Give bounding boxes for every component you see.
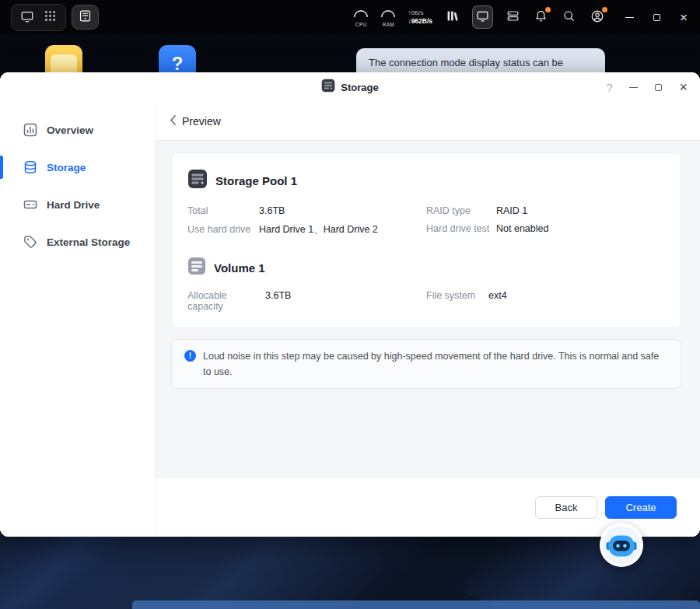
search-button[interactable]: [561, 8, 577, 26]
pool-title: Storage Pool 1: [215, 174, 297, 187]
field-value: Hard Drive 1、Hard Drive 2: [259, 223, 378, 236]
notification-badge: [545, 7, 551, 12]
field-row: File system ext4: [426, 290, 665, 312]
content-main: Storage Pool 1 Total 3.6TB RAID type RAI…: [156, 141, 700, 477]
help-button[interactable]: ?: [606, 81, 612, 94]
system-minimize-button[interactable]: [624, 16, 635, 19]
field-value: 3.6TB: [259, 205, 285, 216]
cpu-gauge[interactable]: CPU: [353, 7, 369, 27]
account-button[interactable]: [589, 8, 606, 27]
window-controls: ? ×: [606, 72, 688, 102]
storage-window: Storage ? × Overview: [0, 72, 700, 537]
create-button[interactable]: Create: [605, 496, 677, 519]
field-row: Total 3.6TB: [187, 205, 426, 216]
sidebar-item-storage[interactable]: Storage: [0, 149, 155, 186]
sidebar-item-hard-drive[interactable]: Hard Drive: [0, 186, 155, 223]
minimize-icon: [625, 17, 634, 18]
notice-text: Loud noise in this step may be caused by…: [203, 348, 668, 380]
upload-speed: ↑0B/s: [408, 9, 423, 16]
app-grid-icon: [44, 9, 57, 25]
window-titlebar: Storage ? ×: [0, 72, 700, 102]
content-area: Preview: [156, 102, 700, 537]
pool-fields: Total 3.6TB RAID type RAID 1 Use hard dr…: [187, 205, 665, 236]
launcher-group: [11, 4, 66, 31]
close-icon: ×: [680, 11, 688, 24]
library-button[interactable]: [444, 8, 460, 26]
field-value: Not enabled: [496, 223, 548, 234]
question-mark-icon: ?: [172, 53, 184, 75]
notifications-button[interactable]: [533, 8, 549, 26]
display-mode-button[interactable]: [472, 5, 493, 29]
window-close-button[interactable]: ×: [679, 80, 688, 94]
robot-icon: [599, 557, 644, 570]
sidebar-item-label: External Storage: [47, 236, 130, 248]
cpu-label: CPU: [355, 22, 367, 27]
taskbar-edge: [132, 600, 700, 609]
volume-fields: Allocable capacity 3.6TB File system ext…: [187, 290, 665, 312]
field-value: ext4: [488, 290, 507, 301]
search-icon: [562, 9, 576, 25]
devices-button[interactable]: [17, 8, 37, 27]
field-label: Hard drive test: [426, 223, 496, 234]
window-minimize-button[interactable]: [629, 87, 638, 88]
notice-banner: ! Loud noise in this step may be caused …: [171, 339, 681, 389]
preview-card: Storage Pool 1 Total 3.6TB RAID type RAI…: [171, 152, 681, 328]
ram-gauge[interactable]: RAM: [380, 7, 396, 27]
external-storage-icon: [23, 235, 37, 249]
server-list-button[interactable]: [505, 8, 521, 26]
field-value: RAID 1: [496, 205, 527, 216]
field-label: Use hard drive: [187, 224, 259, 235]
maximize-icon: [653, 14, 660, 21]
maximize-icon: [655, 84, 662, 91]
system-close-button[interactable]: ×: [678, 9, 689, 26]
ram-label: RAM: [383, 22, 394, 27]
nas-device-icon: [79, 9, 92, 25]
system-window-controls: ×: [624, 9, 689, 26]
window-maximize-button[interactable]: [655, 84, 662, 91]
storage-app-icon: [321, 79, 335, 96]
download-speed: ↓962B/s: [408, 17, 432, 25]
sidebar: Overview Storage: [0, 102, 156, 537]
columns-icon: [446, 9, 459, 25]
nas-app-button[interactable]: [72, 5, 99, 30]
server-stack-icon: [506, 9, 520, 25]
sidebar-item-label: Overview: [47, 124, 93, 136]
storage-icon: [23, 160, 37, 174]
close-icon: ×: [679, 80, 688, 94]
field-row: Hard drive test Not enabled: [426, 223, 665, 236]
info-icon: !: [184, 350, 196, 362]
sidebar-item-label: Hard Drive: [47, 199, 100, 211]
sidebar-item-external-storage[interactable]: External Storage: [0, 223, 155, 261]
hard-drive-icon: [23, 198, 37, 212]
system-topbar: CPU RAM ↑0B/s ↓962B/s: [0, 0, 700, 34]
field-label: Total: [187, 205, 259, 216]
storage-pool-icon: [187, 169, 208, 192]
volume-title: Volume 1: [214, 261, 265, 275]
back-chevron-icon: [170, 114, 176, 128]
field-row: RAID type RAID 1: [426, 205, 665, 216]
sidebar-item-label: Storage: [47, 162, 86, 173]
field-label: File system: [426, 290, 488, 301]
overview-icon: [23, 123, 37, 137]
tooltip-text: The connection mode display status can b…: [369, 57, 563, 68]
gauge-arc-icon: [380, 7, 396, 21]
account-badge: [602, 7, 607, 12]
back-button[interactable]: Back: [535, 496, 597, 519]
field-label: RAID type: [426, 205, 496, 216]
network-speed[interactable]: ↑0B/s ↓962B/s: [408, 9, 432, 25]
back-label: Preview: [182, 115, 221, 128]
field-label: Allocable capacity: [187, 290, 265, 312]
assistant-mascot[interactable]: [599, 523, 644, 568]
minimize-icon: [629, 87, 638, 88]
monitor-icon: [476, 9, 489, 25]
monitor-icon: [20, 9, 34, 26]
active-indicator: [0, 156, 3, 179]
app-grid-button[interactable]: [40, 8, 60, 26]
back-nav[interactable]: Preview: [156, 102, 700, 141]
field-row: Allocable capacity 3.6TB: [187, 290, 426, 312]
sidebar-item-overview[interactable]: Overview: [0, 111, 155, 149]
field-value: 3.6TB: [265, 290, 291, 301]
screen: CPU RAM ↑0B/s ↓962B/s: [0, 0, 700, 609]
system-maximize-button[interactable]: [652, 12, 662, 23]
gauge-arc-icon: [353, 7, 369, 21]
